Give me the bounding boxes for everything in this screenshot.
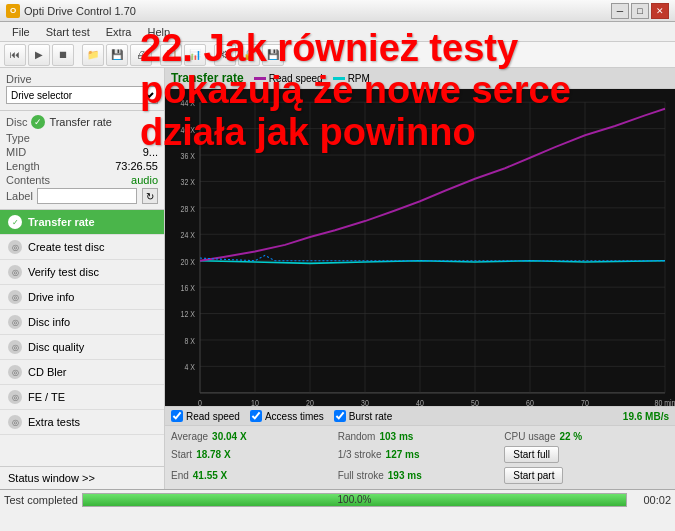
svg-text:12 X: 12 X <box>181 310 196 320</box>
svg-text:4 X: 4 X <box>185 362 196 372</box>
end-label: End <box>171 470 189 481</box>
nav-item-disc-info[interactable]: ◎ Disc info <box>0 310 164 335</box>
toolbar-btn-2[interactable]: ▶ <box>28 44 50 66</box>
toolbar-btn-7[interactable]: 📋 <box>160 44 182 66</box>
nav-label-drive-info: Drive info <box>28 291 74 303</box>
toolbar-btn-5[interactable]: 💾 <box>106 44 128 66</box>
mid-value: 9... <box>143 146 158 158</box>
stroke13-label: 1/3 stroke <box>338 449 382 460</box>
main-layout: Drive Drive selector Disc ✓ Transfer rat… <box>0 68 675 489</box>
svg-text:20 X: 20 X <box>181 257 196 267</box>
left-panel: Drive Drive selector Disc ✓ Transfer rat… <box>0 68 165 489</box>
svg-text:80 min: 80 min <box>655 398 675 406</box>
disc-ok-icon: ✓ <box>31 115 45 129</box>
nav-label-disc-info: Disc info <box>28 316 70 328</box>
window-controls: ─ □ ✕ <box>611 3 669 19</box>
disc-label: Disc <box>6 116 27 128</box>
nav-item-cd-bler[interactable]: ◎ CD Bler <box>0 360 164 385</box>
nav-icon-transfer-rate: ✓ <box>8 215 22 229</box>
toolbar-btn-save[interactable]: 💾 <box>262 44 284 66</box>
nav-item-transfer-rate[interactable]: ✓ Transfer rate <box>0 210 164 235</box>
maximize-button[interactable]: □ <box>631 3 649 19</box>
length-value: 73:26.55 <box>115 160 158 172</box>
check-access-times: Access times <box>250 410 324 422</box>
length-label: Length <box>6 160 40 172</box>
nav-item-fe-te[interactable]: ◎ FE / TE <box>0 385 164 410</box>
chart-svg: 44 X 40 X 36 X 32 X 28 X 24 X 20 X 16 X … <box>165 89 675 406</box>
checkbox-read-speed[interactable] <box>171 410 183 422</box>
status-window-button[interactable]: Status window >> <box>0 466 164 489</box>
toolbar-btn-10[interactable]: 🔒 <box>238 44 260 66</box>
chart-header: Transfer rate Read speed RPM <box>165 68 675 89</box>
svg-text:30: 30 <box>361 398 369 406</box>
window-title: Opti Drive Control 1.70 <box>24 5 136 17</box>
menu-start-test[interactable]: Start test <box>38 24 98 40</box>
nav-item-drive-info[interactable]: ◎ Drive info <box>0 285 164 310</box>
check-label-access-times: Access times <box>265 411 324 422</box>
checkbox-burst-rate[interactable] <box>334 410 346 422</box>
toolbar-btn-9[interactable]: ⚙ <box>214 44 236 66</box>
start-label: Start <box>171 449 192 460</box>
menu-extra[interactable]: Extra <box>98 24 140 40</box>
legend-label-read-speed: Read speed <box>269 73 323 84</box>
start-full-row: Start full <box>504 445 669 464</box>
menu-file[interactable]: File <box>4 24 38 40</box>
cpu-value: 22 % <box>559 431 582 442</box>
start-full-button[interactable]: Start full <box>504 446 559 463</box>
check-label-burst-rate: Burst rate <box>349 411 392 422</box>
status-time: 00:02 <box>631 494 671 506</box>
nav-item-create-test-disc[interactable]: ◎ Create test disc <box>0 235 164 260</box>
right-panel: Transfer rate Read speed RPM <box>165 68 675 489</box>
toolbar-btn-8[interactable]: 📊 <box>184 44 206 66</box>
nav-item-extra-tests[interactable]: ◎ Extra tests <box>0 410 164 435</box>
label-label: Label <box>6 190 33 202</box>
drive-label: Drive <box>6 73 32 85</box>
close-button[interactable]: ✕ <box>651 3 669 19</box>
nav-icon-create-test-disc: ◎ <box>8 240 22 254</box>
nav-icon-disc-quality: ◎ <box>8 340 22 354</box>
mid-label: MID <box>6 146 26 158</box>
legend-rpm: RPM <box>333 73 370 84</box>
disc-name: Transfer rate <box>49 116 112 128</box>
legend-label-rpm: RPM <box>348 73 370 84</box>
svg-text:60: 60 <box>526 398 534 406</box>
svg-text:50: 50 <box>471 398 479 406</box>
svg-text:32 X: 32 X <box>181 178 196 188</box>
nav-icon-verify-test-disc: ◎ <box>8 265 22 279</box>
toolbar-btn-4[interactable]: 📁 <box>82 44 104 66</box>
average-row: Average 30.04 X <box>171 430 336 443</box>
nav-icon-disc-info: ◎ <box>8 315 22 329</box>
cpu-row: CPU usage 22 % <box>504 430 669 443</box>
svg-text:40: 40 <box>416 398 424 406</box>
toolbar-btn-3[interactable]: ⏹ <box>52 44 74 66</box>
nav-label-create-test-disc: Create test disc <box>28 241 104 253</box>
minimize-button[interactable]: ─ <box>611 3 629 19</box>
status-bar: Test completed 100.0% 00:02 <box>0 489 675 509</box>
cpu-label: CPU usage <box>504 431 555 442</box>
stroke13-row: 1/3 stroke 127 ms <box>338 445 503 464</box>
menu-help[interactable]: Help <box>139 24 178 40</box>
svg-text:0: 0 <box>198 398 202 406</box>
nav-item-verify-test-disc[interactable]: ◎ Verify test disc <box>0 260 164 285</box>
toolbar-btn-1[interactable]: ⏮ <box>4 44 26 66</box>
disc-section: Disc ✓ Transfer rate Type MID 9... Lengt… <box>0 111 164 210</box>
end-value: 41.55 X <box>193 470 227 481</box>
checkbox-access-times[interactable] <box>250 410 262 422</box>
nav-item-disc-quality[interactable]: ◎ Disc quality <box>0 335 164 360</box>
drive-section: Drive Drive selector <box>0 68 164 111</box>
contents-value: audio <box>131 174 158 186</box>
chart-footer: Read speed Access times Burst rate 19.6 … <box>165 406 675 425</box>
full-stroke-label: Full stroke <box>338 470 384 481</box>
legend-color-rpm <box>333 77 345 80</box>
start-part-button[interactable]: Start part <box>504 467 563 484</box>
status-text: Test completed <box>4 494 78 506</box>
chart-container: 44 X 40 X 36 X 32 X 28 X 24 X 20 X 16 X … <box>165 89 675 406</box>
start-part-row: Start part <box>504 466 669 485</box>
drive-select[interactable]: Drive selector <box>6 86 158 104</box>
start-row: Start 18.78 X <box>171 445 336 464</box>
toolbar-btn-6[interactable]: 🖨 <box>130 44 152 66</box>
svg-text:36 X: 36 X <box>181 151 196 161</box>
random-row: Random 103 ms <box>338 430 503 443</box>
label-refresh-button[interactable]: ↻ <box>142 188 158 204</box>
label-input[interactable] <box>37 188 137 204</box>
